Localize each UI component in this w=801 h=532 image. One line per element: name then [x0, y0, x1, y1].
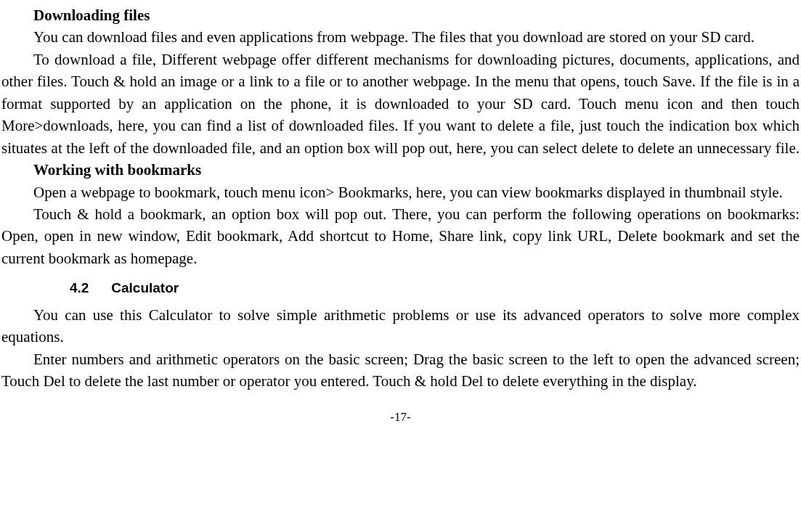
paragraph-download-body: To download a file, Different webpage of… [1, 49, 800, 159]
section-number: 4.2 [70, 278, 107, 298]
paragraph-calculator-intro: You can use this Calculator to solve sim… [1, 304, 800, 348]
section-heading-calculator: 4.2 Calculator [70, 278, 800, 298]
paragraph-download-intro: You can download files and even applicat… [1, 26, 800, 48]
paragraph-bookmarks-intro: Open a webpage to bookmark, touch menu i… [1, 181, 800, 203]
paragraph-calculator-body: Enter numbers and arithmetic operators o… [1, 348, 800, 393]
heading-working-with-bookmarks: Working with bookmarks [1, 159, 800, 181]
page-number: -17- [1, 409, 800, 427]
section-title: Calculator [111, 280, 179, 295]
paragraph-bookmarks-body: Touch & hold a bookmark, an option box w… [1, 203, 800, 269]
heading-downloading-files: Downloading files [1, 4, 800, 26]
